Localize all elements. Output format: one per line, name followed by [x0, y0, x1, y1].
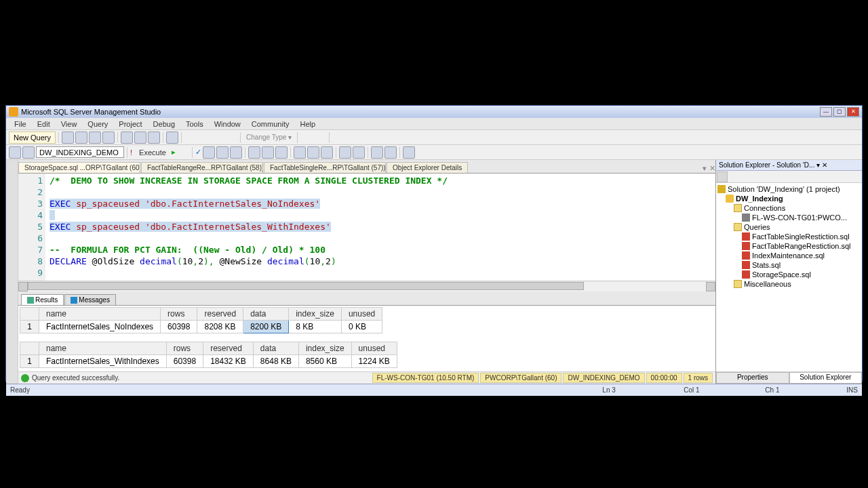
tb-icon[interactable]	[184, 131, 197, 144]
solution-tree[interactable]: Solution 'DW_Indexing' (1 project) DW_In…	[716, 183, 862, 371]
status-ins: INS	[846, 386, 858, 394]
database-combo[interactable]	[36, 146, 124, 158]
tb-icon[interactable]	[216, 146, 229, 159]
tab-solution-explorer[interactable]: Solution Explorer	[789, 372, 863, 384]
solution-tb-icon[interactable]	[717, 171, 728, 182]
stop-icon[interactable]	[177, 146, 189, 159]
tb-icon[interactable]	[321, 146, 333, 159]
open-icon[interactable]	[121, 131, 133, 144]
editor-hscroll[interactable]	[18, 281, 715, 291]
menu-window[interactable]: Window	[209, 119, 246, 129]
tree-connections[interactable]: Connections	[717, 203, 861, 213]
tree-misc[interactable]: Miscellaneous	[717, 279, 861, 289]
tree-solution[interactable]: Solution 'DW_Indexing' (1 project)	[717, 184, 861, 194]
tb-icon[interactable]	[275, 146, 288, 159]
tree-query-item[interactable]: FactTableRangeRestiction.sql	[717, 241, 861, 251]
tb-icon[interactable]	[75, 131, 87, 144]
status-server: FL-WS-CON-TG01 (10.50 RTM)	[372, 373, 479, 383]
menu-file[interactable]: File	[9, 119, 32, 129]
indent-icon[interactable]	[371, 146, 383, 159]
titlebar[interactable]: Microsoft SQL Server Management Studio —…	[6, 106, 862, 118]
tb-icon[interactable]	[332, 131, 344, 144]
tabs-dropdown-icon[interactable]: ▾	[703, 164, 707, 173]
tab-results[interactable]: Results	[21, 294, 64, 305]
tb-icon[interactable]	[89, 131, 101, 144]
scroll-right-icon[interactable]	[706, 282, 715, 291]
play-icon[interactable]: ▸	[172, 148, 176, 157]
results-grid-2[interactable]: namerowsreserveddataindex_sizeunused1Fac…	[20, 342, 397, 368]
tb-icon[interactable]	[62, 131, 74, 144]
tree-queries[interactable]: Queries	[717, 222, 861, 232]
new-query-button[interactable]: New Query	[9, 131, 56, 144]
tab-storagespace[interactable]: StorageSpace.sql ...ORP\TGallant (60))	[18, 162, 140, 173]
object-explorer-strip[interactable]	[6, 160, 18, 384]
code-area[interactable]: /* DEMO TO SHOW INCREASE IN STORAGE SPAC…	[45, 174, 715, 281]
tb-icon[interactable]	[307, 146, 319, 159]
tb-icon[interactable]	[314, 131, 326, 144]
solution-explorer-title[interactable]: Solution Explorer - Solution 'D... ▾ ✕	[716, 160, 862, 171]
tree-project[interactable]: DW_Indexing	[717, 194, 861, 203]
tb-icon[interactable]	[294, 146, 306, 159]
scroll-left-icon[interactable]	[18, 282, 28, 291]
menu-community[interactable]: Community	[246, 119, 295, 129]
tb-icon[interactable]	[353, 146, 365, 159]
tb-icon[interactable]	[339, 146, 351, 159]
sql-editor[interactable]: 1234567891011 /* DEMO TO SHOW INCREASE I…	[18, 174, 715, 281]
tab-object-explorer-details[interactable]: Object Explorer Details	[387, 162, 468, 173]
parse-icon[interactable]: ✓	[195, 148, 201, 157]
menu-debug[interactable]: Debug	[148, 119, 180, 129]
tb-icon[interactable]	[300, 131, 313, 144]
tb-icon[interactable]	[262, 146, 274, 159]
status-ln: Ln 3	[602, 386, 684, 394]
tb-icon[interactable]	[102, 131, 115, 144]
toolbar-2: ! Execute ▸ ✓	[6, 145, 862, 160]
tb-icon[interactable]	[203, 146, 215, 159]
minimize-button[interactable]: —	[820, 107, 832, 117]
document-tabs: StorageSpace.sql ...ORP\TGallant (60)) F…	[18, 160, 715, 174]
menu-query[interactable]: Query	[82, 119, 113, 129]
tab-messages[interactable]: Messages	[64, 294, 116, 305]
outdent-icon[interactable]	[384, 146, 397, 159]
tab-facttablerange[interactable]: FactTableRangeRe...RP\TGallant (58))	[141, 162, 263, 173]
tree-query-item[interactable]: StorageSpace.sql	[717, 270, 861, 279]
save-all-icon[interactable]	[148, 131, 160, 144]
menu-view[interactable]: View	[56, 119, 83, 129]
results-pane: namerowsreserveddataindex_sizeunused1Fac…	[18, 305, 715, 371]
close-button[interactable]: ✕	[847, 107, 859, 117]
tab-close-icon[interactable]: ✕	[709, 164, 715, 173]
results-tabs: Results Messages	[18, 291, 715, 305]
tb-icon[interactable]	[166, 131, 178, 144]
statusbar: Ready Ln 3 Col 1 Ch 1 INS	[6, 384, 862, 396]
menu-edit[interactable]: Edit	[32, 119, 56, 129]
tb-icon[interactable]	[22, 146, 35, 159]
app-icon	[9, 107, 18, 117]
status-time: 00:00:00	[646, 373, 682, 383]
execute-icon: !	[130, 148, 132, 157]
results-grid-1[interactable]: namerowsreserveddataindex_sizeunused1Fac…	[20, 307, 382, 333]
menu-project[interactable]: Project	[113, 119, 147, 129]
change-type-label[interactable]: Change Type ▾	[243, 134, 294, 141]
execute-button[interactable]: Execute	[135, 147, 170, 158]
tb-icon[interactable]	[212, 131, 224, 144]
tb-icon[interactable]	[346, 131, 358, 144]
tree-query-item[interactable]: FactTableSingleRestiction.sql	[717, 232, 861, 241]
tb-icon[interactable]	[248, 146, 260, 159]
save-icon[interactable]	[134, 131, 146, 144]
tb-icon[interactable]	[9, 146, 21, 159]
tab-properties[interactable]: Properties	[716, 372, 789, 384]
maximize-button[interactable]: ▢	[833, 107, 846, 117]
app-window: Microsoft SQL Server Management Studio —…	[5, 105, 863, 382]
status-col: Col 1	[684, 386, 765, 394]
menu-help[interactable]: Help	[294, 119, 321, 129]
tree-query-item[interactable]: IndexMaintenance.sql	[717, 251, 861, 260]
scroll-thumb[interactable]	[28, 282, 584, 290]
tree-query-item[interactable]: Stats.sql	[717, 260, 861, 270]
tree-connection-item[interactable]: FL-WS-CON-TG01:PWCO...	[717, 213, 861, 222]
tb-icon[interactable]	[198, 131, 210, 144]
menubar: File Edit View Query Project Debug Tools…	[6, 118, 862, 130]
tb-icon[interactable]	[230, 146, 242, 159]
tb-icon[interactable]	[403, 146, 415, 159]
tab-facttablesingle[interactable]: FactTableSingleRe...RP\TGallant (57))	[264, 162, 386, 173]
tb-icon[interactable]	[225, 131, 237, 144]
menu-tools[interactable]: Tools	[180, 119, 209, 129]
